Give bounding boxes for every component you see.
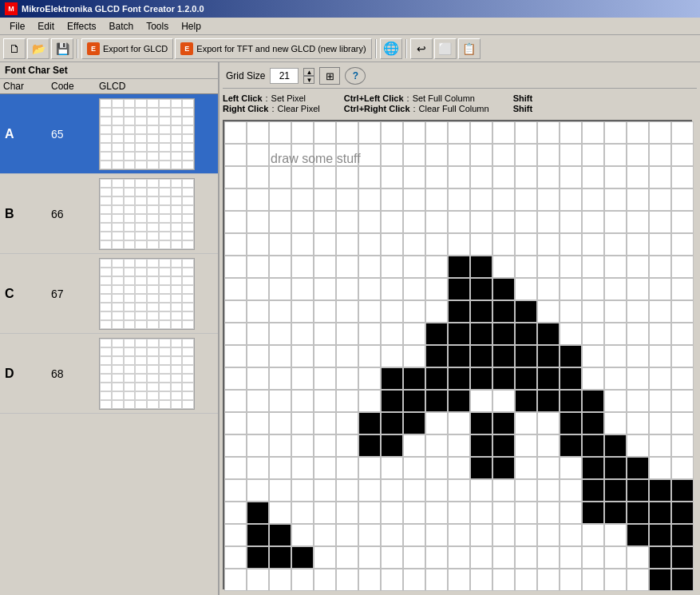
pixel-cell[interactable] [515,524,537,546]
pixel-cell[interactable] [381,188,403,211]
pixel-cell[interactable] [314,211,336,233]
pixel-cell[interactable] [560,457,582,479]
pixel-cell[interactable] [470,524,492,546]
pixel-cell[interactable] [224,323,247,345]
pixel-cell[interactable] [671,211,694,233]
pixel-cell[interactable] [358,144,381,166]
pixel-cell[interactable] [314,345,336,367]
pixel-cell[interactable] [403,524,425,546]
pixel-cell[interactable] [247,390,269,412]
pixel-cell[interactable] [448,479,470,502]
pixel-cell[interactable] [224,144,247,166]
pixel-cell[interactable] [492,144,515,166]
pixel-cell[interactable] [269,300,291,323]
pixel-cell[interactable] [649,524,671,546]
pixel-cell[interactable] [314,412,336,434]
pixel-cell[interactable] [649,144,671,166]
pixel-cell[interactable] [604,166,627,188]
pixel-cell[interactable] [448,211,470,233]
pixel-cell[interactable] [381,233,403,256]
pixel-cell[interactable] [671,434,694,457]
pixel-cell[interactable] [604,479,627,502]
pixel-cell[interactable] [627,569,649,591]
pixel-cell[interactable] [358,323,381,345]
pixel-cell[interactable] [537,144,560,166]
pixel-cell[interactable] [403,278,425,300]
pixel-cell[interactable] [448,345,470,367]
pixel-cell[interactable] [470,367,492,390]
pixel-cell[interactable] [649,121,671,144]
pixel-cell[interactable] [582,278,604,300]
pixel-cell[interactable] [649,278,671,300]
pixel-cell[interactable] [269,188,291,211]
pixel-cell[interactable] [604,188,627,211]
pixel-cell[interactable] [582,233,604,256]
pixel-cell[interactable] [314,233,336,256]
pixel-cell[interactable] [425,278,448,300]
pixel-cell[interactable] [537,256,560,278]
pixel-cell[interactable] [224,300,247,323]
pixel-cell[interactable] [224,479,247,502]
char-item-d[interactable]: D68 [0,334,218,414]
pixel-cell[interactable] [515,278,537,300]
pixel-cell[interactable] [492,502,515,524]
pixel-cell[interactable] [403,121,425,144]
pixel-cell[interactable] [425,211,448,233]
pixel-cell[interactable] [537,546,560,569]
pixel-cell[interactable] [336,569,358,591]
pixel-cell[interactable] [671,144,694,166]
pixel-cell[interactable] [247,345,269,367]
pixel-cell[interactable] [470,256,492,278]
pixel-cell[interactable] [358,121,381,144]
grid-size-down[interactable]: ▼ [303,76,314,84]
pixel-cell[interactable] [448,502,470,524]
pixel-cell[interactable] [314,367,336,390]
pixel-cell[interactable] [358,211,381,233]
pixel-cell[interactable] [627,479,649,502]
pixel-cell[interactable] [381,479,403,502]
pixel-cell[interactable] [425,300,448,323]
pixel-cell[interactable] [314,524,336,546]
pixel-cell[interactable] [604,233,627,256]
pixel-cell[interactable] [604,457,627,479]
pixel-cell[interactable] [224,278,247,300]
pixel-cell[interactable] [336,233,358,256]
pixel-cell[interactable] [247,434,269,457]
pixel-cell[interactable] [425,233,448,256]
pixel-cell[interactable] [560,546,582,569]
pixel-cell[interactable] [470,569,492,591]
pixel-cell[interactable] [381,166,403,188]
pixel-cell[interactable] [314,569,336,591]
pixel-cell[interactable] [537,233,560,256]
pixel-cell[interactable] [336,345,358,367]
pixel-cell[interactable] [358,524,381,546]
pixel-cell[interactable] [515,367,537,390]
pixel-cell[interactable] [470,211,492,233]
pixel-cell[interactable] [515,390,537,412]
pixel-cell[interactable] [291,524,314,546]
pixel-cell[interactable] [537,121,560,144]
pixel-cell[interactable] [470,300,492,323]
pixel-cell[interactable] [470,479,492,502]
pixel-cell[interactable] [492,121,515,144]
pixel-cell[interactable] [403,412,425,434]
pixel-cell[interactable] [247,569,269,591]
pixel-cell[interactable] [671,256,694,278]
copy-button[interactable]: ⬜ [434,38,457,59]
pixel-cell[interactable] [470,121,492,144]
pixel-cell[interactable] [291,121,314,144]
export-tft-button[interactable]: E Export for TFT and new GLCD (new libra… [175,38,371,59]
pixel-cell[interactable] [627,345,649,367]
pixel-cell[interactable] [224,211,247,233]
pixel-cell[interactable] [269,502,291,524]
pixel-cell[interactable] [671,479,694,502]
pixel-cell[interactable] [492,546,515,569]
pixel-cell[interactable] [224,457,247,479]
pixel-cell[interactable] [247,502,269,524]
pixel-cell[interactable] [537,278,560,300]
pixel-cell[interactable] [627,502,649,524]
pixel-cell[interactable] [224,524,247,546]
pixel-cell[interactable] [291,412,314,434]
char-item-c[interactable]: C67 [0,254,218,334]
pixel-cell[interactable] [358,300,381,323]
